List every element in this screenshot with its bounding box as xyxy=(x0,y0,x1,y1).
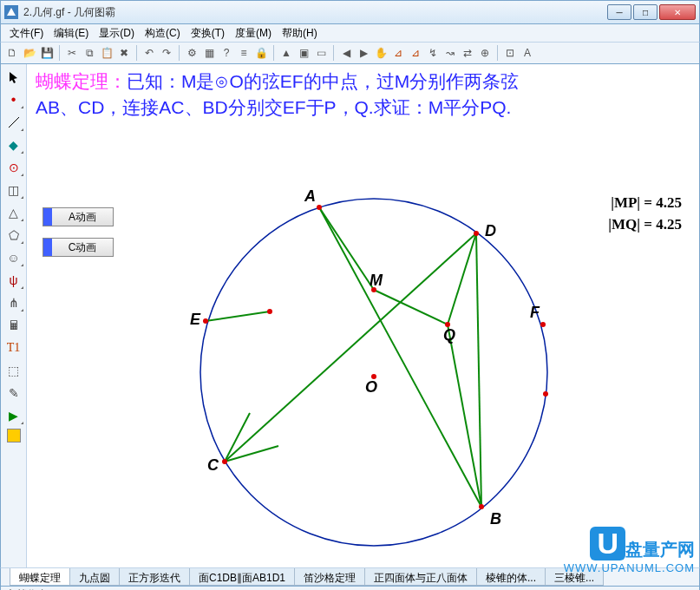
svg-text:D: D xyxy=(485,222,496,239)
t4-icon[interactable]: ⊕ xyxy=(477,45,493,61)
tab-nine-point[interactable]: 九点圆 xyxy=(69,568,120,586)
tab-pyramid-vol[interactable]: 棱锥的体... xyxy=(476,568,546,586)
nav-right-icon[interactable]: ▶ xyxy=(356,45,371,61)
lock-icon[interactable]: 🔒 xyxy=(253,45,269,61)
svg-point-18 xyxy=(540,322,546,327)
status-bar: 文档作者：xxz xyxy=(0,587,700,590)
svg-point-16 xyxy=(474,231,479,236)
ref2-icon[interactable]: ⊿ xyxy=(408,45,423,61)
window-controls: ─ □ ✕ xyxy=(605,4,696,20)
workarea: • ◆ ⊙ ◫ △ ⬠ ☺ ψ ⋔ 🖩 T1 ⬚ ✎ ▶ 蝴蝶定理：已知：M是⊙… xyxy=(0,64,700,567)
open-icon[interactable]: 📂 xyxy=(22,45,37,61)
svg-point-22 xyxy=(543,391,548,397)
document-tabs: 蝴蝶定理 九点圆 正方形迭代 面C1DB∥面AB1D1 笛沙格定理 正四面体与正… xyxy=(0,567,700,587)
select-tool-icon[interactable]: ⬚ xyxy=(3,361,24,380)
tab-desargues[interactable]: 笛沙格定理 xyxy=(294,568,365,586)
svg-text:B: B xyxy=(490,510,501,528)
svg-line-7 xyxy=(476,233,481,507)
tool-palette: • ◆ ⊙ ◫ △ ⬠ ☺ ψ ⋔ 🖩 T1 ⬚ ✎ ▶ xyxy=(1,64,27,567)
svg-line-8 xyxy=(374,290,448,324)
cube-tool-icon[interactable]: ◫ xyxy=(3,180,24,200)
pyramid-tool-icon[interactable]: △ xyxy=(3,203,24,222)
marquee-icon[interactable]: ▣ xyxy=(296,45,311,61)
point-labels: A B C D E F M O Q xyxy=(190,187,540,528)
point-tool-icon[interactable]: • xyxy=(3,90,24,109)
svg-line-1 xyxy=(9,117,19,128)
cut-icon[interactable]: ✂ xyxy=(64,45,80,61)
cfg-icon[interactable]: ⊡ xyxy=(502,45,518,61)
new-icon[interactable]: 🗋 xyxy=(4,45,20,61)
menu-display[interactable]: 显示(D) xyxy=(94,24,140,43)
menu-help[interactable]: 帮助(H) xyxy=(277,24,323,43)
window-title: 2.几何.gf - 几何图霸 xyxy=(23,5,605,20)
titlebar: 2.几何.gf - 几何图霸 ─ □ ✕ xyxy=(0,0,700,24)
svg-line-10 xyxy=(225,413,250,462)
hand-icon[interactable]: ✋ xyxy=(373,45,389,61)
play-tool-icon[interactable]: ▶ xyxy=(3,406,24,425)
svg-line-2 xyxy=(319,207,481,507)
app-icon xyxy=(4,5,18,19)
calc-tool-icon[interactable]: 🖩 xyxy=(3,316,24,335)
svg-text:C: C xyxy=(207,456,219,474)
frustum-tool-icon[interactable]: ⬠ xyxy=(3,226,24,245)
ref1-icon[interactable]: ⊿ xyxy=(390,45,406,61)
tab-tetra-octa[interactable]: 正四面体与正八面体 xyxy=(364,568,477,586)
svg-point-14 xyxy=(479,504,484,509)
save-icon[interactable]: 💾 xyxy=(39,45,55,61)
paste-icon[interactable]: 📋 xyxy=(99,45,114,61)
minimize-button[interactable]: ─ xyxy=(607,4,631,20)
circle-tool-icon[interactable]: ⊙ xyxy=(3,158,24,177)
svg-text:O: O xyxy=(365,378,377,396)
geometry-figure: A B C D E F M O Q xyxy=(27,64,700,567)
tab-c1db[interactable]: 面C1DB∥面AB1D1 xyxy=(189,568,295,586)
face-tool-icon[interactable]: ☺ xyxy=(3,248,24,267)
tab-triangular-pyr[interactable]: 三棱锥... xyxy=(545,568,604,586)
help-icon[interactable]: ? xyxy=(219,45,234,61)
svg-point-15 xyxy=(222,459,227,464)
svg-line-9 xyxy=(448,324,481,507)
label-tool-icon[interactable]: ψ xyxy=(3,271,24,290)
menu-edit[interactable]: 编辑(E) xyxy=(49,24,94,43)
maximize-button[interactable]: □ xyxy=(633,4,657,20)
segment-tool-icon[interactable] xyxy=(3,113,24,132)
t1-icon[interactable]: ↯ xyxy=(425,45,441,61)
tune-icon[interactable]: ≡ xyxy=(236,45,252,61)
gear-icon[interactable]: ⚙ xyxy=(184,45,200,61)
copy-icon[interactable]: ⧉ xyxy=(82,45,97,61)
delete-icon[interactable]: ✖ xyxy=(116,45,132,61)
svg-line-5 xyxy=(206,311,270,321)
t3-icon[interactable]: ⇄ xyxy=(460,45,475,61)
text-tool-icon[interactable]: T1 xyxy=(3,338,24,357)
canvas[interactable]: 蝴蝶定理：已知：M是⊙O的弦EF的中点，过M分别作两条弦 AB、CD，连接AC、… xyxy=(27,64,699,567)
rect-icon[interactable]: ▭ xyxy=(313,45,329,61)
menu-transform[interactable]: 变换(T) xyxy=(186,24,230,43)
axis-tool-icon[interactable]: ⋔ xyxy=(3,293,24,312)
svg-point-17 xyxy=(203,318,208,324)
svg-point-13 xyxy=(317,205,322,210)
menu-measure[interactable]: 度量(M) xyxy=(230,24,277,43)
pen-tool-icon[interactable]: ✎ xyxy=(3,384,24,403)
redo-icon[interactable]: ↷ xyxy=(159,45,174,61)
nav-left-icon[interactable]: ◀ xyxy=(338,45,354,61)
menu-file[interactable]: 文件(F) xyxy=(4,24,49,43)
toolbar: 🗋 📂 💾 ✂ ⧉ 📋 ✖ ↶ ↷ ⚙ ▦ ? ≡ 🔒 ▲ ▣ ▭ ◀ ▶ ✋ … xyxy=(0,42,700,64)
t2-icon[interactable]: ↝ xyxy=(442,45,458,61)
svg-line-3 xyxy=(319,207,374,290)
svg-point-21 xyxy=(267,309,272,314)
svg-text:M: M xyxy=(370,272,383,289)
close-button[interactable]: ✕ xyxy=(659,4,696,20)
undo-icon[interactable]: ↶ xyxy=(141,45,157,61)
color-tool-icon[interactable] xyxy=(7,429,21,442)
menubar: 文件(F) 编辑(E) 显示(D) 构造(C) 变换(T) 度量(M) 帮助(H… xyxy=(0,24,700,42)
svg-text:A: A xyxy=(304,187,316,205)
tab-butterfly[interactable]: 蝴蝶定理 xyxy=(10,568,70,586)
menu-construct[interactable]: 构造(C) xyxy=(140,24,186,43)
pointer-tool-icon[interactable] xyxy=(3,68,24,87)
pointer-icon[interactable]: ▲ xyxy=(278,45,294,61)
tab-square-iter[interactable]: 正方形迭代 xyxy=(119,568,190,586)
style-icon[interactable]: ▦ xyxy=(201,45,217,61)
polygon-tool-icon[interactable]: ◆ xyxy=(3,135,24,154)
circle-o xyxy=(200,199,547,546)
construction-lines xyxy=(206,207,481,507)
a-icon[interactable]: A xyxy=(520,45,535,61)
